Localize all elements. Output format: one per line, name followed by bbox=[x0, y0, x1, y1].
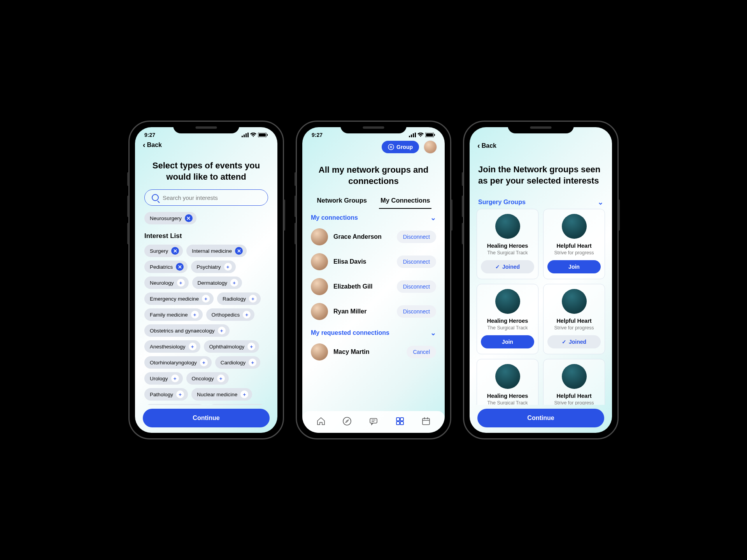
plus-icon[interactable]: + bbox=[240, 390, 248, 398]
plus-icon[interactable]: + bbox=[218, 327, 226, 334]
profile-avatar[interactable] bbox=[424, 140, 437, 154]
plus-icon[interactable]: + bbox=[171, 374, 179, 382]
avatar[interactable] bbox=[311, 228, 328, 245]
interest-chip[interactable]: Ophthalmology+ bbox=[204, 340, 260, 353]
plus-icon[interactable]: + bbox=[249, 295, 257, 303]
group-card[interactable]: Healing HeroesThe Surgical TrackJoin bbox=[477, 284, 538, 354]
interest-chip[interactable]: Obstetrics and gynaecology+ bbox=[144, 324, 230, 337]
plus-icon[interactable]: + bbox=[249, 359, 256, 366]
close-icon[interactable]: ✕ bbox=[235, 247, 243, 255]
back-button[interactable]: ‹ Back bbox=[477, 141, 496, 150]
group-card[interactable]: Healing HeroesThe Surgical TrackJoin bbox=[477, 359, 538, 405]
interest-chip[interactable]: General surgery+ bbox=[209, 404, 267, 405]
chevron-left-icon: ‹ bbox=[143, 140, 146, 149]
group-card[interactable]: Healing HeroesThe Surgical Track✓Joined bbox=[477, 209, 538, 279]
nav-home-icon[interactable] bbox=[316, 416, 326, 427]
back-label: Back bbox=[482, 142, 496, 149]
interest-chip[interactable]: Neurology+ bbox=[144, 276, 189, 289]
interest-chip[interactable]: Radiology+ bbox=[217, 292, 261, 305]
svg-rect-25 bbox=[423, 418, 430, 425]
interest-chip[interactable]: Orthopedics+ bbox=[206, 308, 255, 321]
interest-list[interactable]: Surgery✕Internal medicine✕Pediatrics✕Psy… bbox=[135, 245, 277, 405]
plus-icon[interactable]: + bbox=[191, 311, 199, 318]
join-button[interactable]: Join bbox=[481, 335, 534, 348]
plus-icon[interactable]: + bbox=[202, 295, 210, 303]
interest-chip[interactable]: Cardiology+ bbox=[215, 356, 261, 369]
chip-label: Neurology bbox=[150, 280, 174, 286]
interest-chip[interactable]: Urology+ bbox=[144, 372, 183, 385]
chip-label: Surgery bbox=[150, 248, 168, 254]
check-icon: ✓ bbox=[495, 264, 500, 270]
search-input-wrapper[interactable] bbox=[144, 189, 268, 206]
interest-chip[interactable]: Nuclear medicine+ bbox=[191, 388, 252, 401]
interest-chip[interactable]: Pediatrics✕ bbox=[144, 261, 188, 273]
svg-rect-10 bbox=[415, 133, 416, 137]
plus-icon[interactable]: + bbox=[243, 311, 251, 318]
close-icon[interactable]: ✕ bbox=[176, 263, 184, 271]
svg-point-17 bbox=[343, 417, 351, 425]
plus-icon[interactable]: + bbox=[200, 359, 208, 366]
plus-icon[interactable]: + bbox=[217, 374, 225, 382]
interest-chip[interactable]: Oncology+ bbox=[186, 372, 229, 385]
page-title: Join the Network groups seen as per your… bbox=[470, 154, 612, 193]
interest-chip[interactable]: Psychiatry+ bbox=[191, 261, 235, 273]
avatar[interactable] bbox=[311, 278, 328, 295]
nav-chat-icon[interactable] bbox=[368, 416, 379, 427]
chip-label: Nuclear medicine bbox=[197, 392, 237, 397]
avatar[interactable] bbox=[311, 253, 328, 270]
group-card[interactable]: Helpful HeartStrive for progressJoin bbox=[543, 209, 605, 279]
nav-explore-icon[interactable] bbox=[342, 416, 352, 427]
join-button[interactable]: Join bbox=[547, 260, 601, 273]
interest-chip[interactable]: Emergency medicine+ bbox=[144, 292, 214, 305]
interest-chip[interactable]: Family medicine+ bbox=[144, 308, 203, 321]
section-my-connections[interactable]: My connections ⌄ bbox=[302, 209, 445, 224]
group-image bbox=[562, 289, 587, 314]
cancel-button[interactable]: Cancel bbox=[407, 346, 436, 358]
interest-chip[interactable]: Gastroenterology+ bbox=[144, 404, 205, 405]
tab-my-connections[interactable]: My Connections bbox=[379, 194, 431, 209]
search-input[interactable] bbox=[163, 194, 261, 201]
section-surgery-groups[interactable]: Surgery Groups ⌄ bbox=[470, 193, 612, 209]
continue-button[interactable]: Continue bbox=[143, 409, 270, 427]
back-button[interactable]: ‹ Back bbox=[143, 140, 162, 149]
interest-chip[interactable]: Otorhinolaryngology+ bbox=[144, 356, 212, 369]
interest-chip[interactable]: Pathology+ bbox=[144, 388, 188, 401]
group-card[interactable]: Helpful HeartStrive for progressJoin bbox=[543, 359, 605, 405]
group-card[interactable]: Helpful HeartStrive for progress✓Joined bbox=[543, 284, 605, 354]
plus-icon[interactable]: + bbox=[230, 279, 238, 287]
interest-chip[interactable]: Surgery✕ bbox=[144, 245, 183, 257]
selected-interest-chip[interactable]: Neurosurgery ✕ bbox=[144, 212, 196, 224]
avatar[interactable] bbox=[311, 303, 328, 320]
disconnect-button[interactable]: Disconnect bbox=[397, 256, 436, 268]
chip-label: Emergency medicine bbox=[150, 296, 199, 302]
groups-grid[interactable]: Healing HeroesThe Surgical Track✓JoinedH… bbox=[470, 209, 612, 405]
joined-button[interactable]: ✓Joined bbox=[481, 260, 534, 273]
svg-rect-23 bbox=[396, 422, 400, 425]
nav-calendar-icon[interactable] bbox=[421, 416, 431, 427]
plus-icon[interactable]: + bbox=[224, 263, 232, 271]
avatar[interactable] bbox=[311, 343, 328, 360]
plus-icon[interactable]: + bbox=[176, 390, 184, 398]
group-subtitle: The Surgical Track bbox=[481, 250, 534, 256]
section-requested-connections[interactable]: My requested connections ⌄ bbox=[302, 324, 445, 340]
nav-groups-icon[interactable] bbox=[395, 416, 405, 427]
plus-icon[interactable]: + bbox=[247, 343, 255, 350]
joined-button[interactable]: ✓Joined bbox=[547, 335, 601, 348]
chip-label: Pediatrics bbox=[150, 264, 173, 270]
disconnect-button[interactable]: Disconnect bbox=[397, 231, 436, 243]
interest-chip[interactable]: Anesthesiology+ bbox=[144, 340, 200, 353]
plus-icon[interactable]: + bbox=[189, 343, 196, 350]
connection-name: Elizabeth Gill bbox=[333, 283, 391, 290]
disconnect-button[interactable]: Disconnect bbox=[397, 305, 436, 318]
close-icon[interactable]: ✕ bbox=[171, 247, 179, 255]
plus-icon[interactable]: + bbox=[177, 279, 185, 287]
continue-button[interactable]: Continue bbox=[477, 409, 604, 427]
svg-rect-7 bbox=[409, 136, 410, 137]
disconnect-button[interactable]: Disconnect bbox=[397, 280, 436, 293]
tab-network-groups[interactable]: Network Groups bbox=[316, 194, 368, 209]
interest-chip[interactable]: Internal medicine✕ bbox=[186, 245, 247, 257]
add-group-button[interactable]: Group bbox=[382, 141, 419, 153]
svg-rect-5 bbox=[259, 133, 266, 136]
close-icon[interactable]: ✕ bbox=[185, 214, 193, 222]
interest-chip[interactable]: Dermatology+ bbox=[192, 276, 242, 289]
